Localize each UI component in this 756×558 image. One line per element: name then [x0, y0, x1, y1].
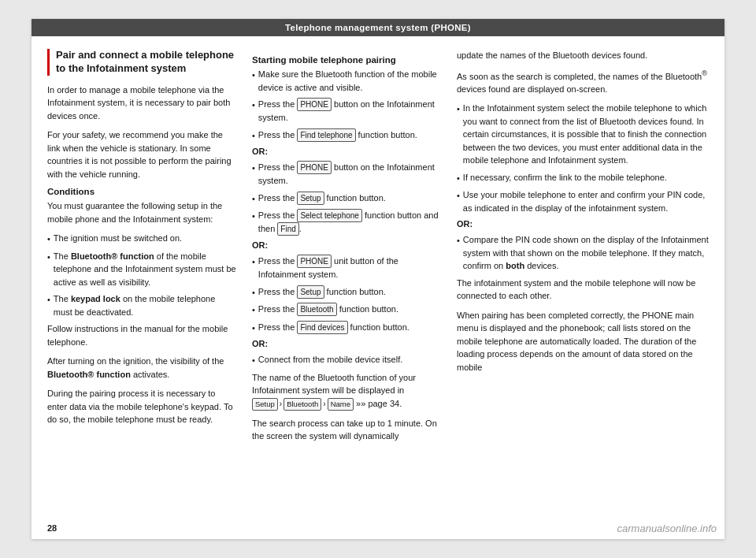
bullet-dot: •	[47, 232, 50, 246]
right-para1: update the names of the Bluetooth device…	[457, 49, 709, 62]
page: Telephone management system (PHONE) Pair…	[32, 19, 724, 539]
left-bullet1: • The ignition must be switched on.	[47, 232, 236, 246]
mid-bullet10: • Press the Find devices function button…	[252, 321, 441, 335]
section-title: Pair and connect a mobile telephone to t…	[47, 49, 236, 76]
mid-para2: The search process can take up to 1 minu…	[252, 417, 441, 443]
header-bar: Telephone management system (PHONE)	[32, 19, 724, 36]
middle-section-title: Starting mobile telephone pairing	[252, 55, 441, 65]
content: Pair and connect a mobile telephone to t…	[32, 36, 724, 465]
right-or1: OR:	[457, 219, 709, 229]
mid-bullet2: • Press the PHONE button on the Infotain…	[252, 98, 441, 125]
left-para3: Follow instructions in the manual for th…	[47, 322, 236, 348]
phone-kbd3: PHONE	[297, 255, 332, 268]
right-bullet3: • Use your mobile telephone to enter and…	[457, 188, 709, 214]
left-bullet3: • The keypad lock on the mobile telephon…	[47, 292, 236, 318]
find-kbd: Find	[277, 222, 298, 236]
setup-kbd2: Setup	[297, 285, 324, 299]
bluetooth-kbd: Bluetooth	[297, 303, 336, 316]
left-bullet2: • The Bluetooth® function of the mobile …	[47, 250, 236, 289]
left-para1: In order to manage a mobile telephone vi…	[47, 84, 236, 123]
right-para2: As soon as the search is completed, the …	[457, 69, 709, 96]
left-column: Pair and connect a mobile telephone to t…	[47, 49, 236, 449]
mid-bullet7: • Press the PHONE unit button of the Inf…	[252, 255, 441, 281]
mid-bullet1: • Make sure the Bluetooth function of th…	[252, 68, 441, 94]
page-number: 28	[47, 523, 57, 533]
phone-kbd1: PHONE	[297, 98, 332, 111]
or3: OR:	[252, 339, 441, 348]
mid-bullet6: • Press the Select telephone function bu…	[252, 209, 441, 236]
phone-kbd2: PHONE	[297, 161, 332, 174]
or2: OR:	[252, 240, 441, 250]
mid-bullet4: • Press the PHONE button on the Infotain…	[252, 161, 441, 188]
mid-bullet5: • Press the Setup function button.	[252, 192, 441, 206]
header-title: Telephone management system (PHONE)	[285, 23, 471, 32]
find-tel-kbd: Find telephone	[297, 128, 355, 142]
right-para3: The infotainment system and the mobile t…	[457, 277, 709, 303]
or1: OR:	[252, 147, 441, 156]
watermark: carmanualsonline.info	[617, 523, 717, 534]
left-para2: For your safety, we recommend you make t…	[47, 128, 236, 180]
mid-bullet8: • Press the Setup function button.	[252, 285, 441, 299]
left-para5: During the pairing process it is necessa…	[47, 387, 236, 426]
middle-column: Starting mobile telephone pairing • Make…	[252, 49, 441, 449]
mid-bullet9: • Press the Bluetooth function button.	[252, 303, 441, 317]
right-para4: When pairing has been completed correctl…	[457, 309, 709, 374]
left-para4: After turning on the ignition, the visib…	[47, 355, 236, 381]
mid-bullet11: • Connect from the mobile device itself.	[252, 353, 441, 367]
bullet-dot: •	[47, 251, 50, 289]
mid-bullet3: • Press the Find telephone function butt…	[252, 128, 441, 143]
conditions-intro: You must guarantee the following setup i…	[47, 199, 236, 225]
section-title-text: Pair and connect a mobile telephone to t…	[56, 49, 236, 76]
right-bullet1: • In the Infotainment system select the …	[457, 102, 709, 167]
right-column: update the names of the Bluetooth device…	[457, 49, 709, 449]
kbd-sequence: Setup › Bluetooth › Name	[252, 398, 354, 411]
sel-tel-kbd: Select telephone	[297, 209, 362, 222]
find-devices-kbd: Find devices	[297, 321, 347, 334]
right-bullet4: • Compare the PIN code shown on the disp…	[457, 233, 709, 273]
bullet-dot: •	[47, 293, 50, 318]
right-bullet2: • If necessary, confirm the link to the …	[457, 171, 709, 185]
setup-kbd1: Setup	[297, 192, 324, 205]
conditions-title: Conditions	[47, 187, 236, 196]
mid-para1: The name of the Bluetooth function of yo…	[252, 371, 441, 411]
